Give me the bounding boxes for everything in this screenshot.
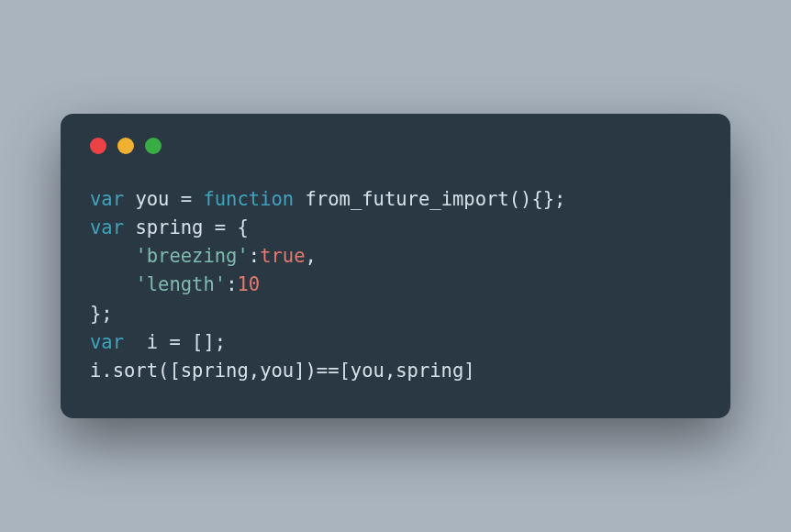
- code-token: [90, 273, 135, 295]
- code-window: var you = function from_future_import(){…: [61, 114, 730, 418]
- code-line: var you = function from_future_import(){…: [90, 185, 701, 214]
- code-token: =: [181, 188, 204, 210]
- code-token: true: [260, 245, 305, 267]
- code-token: };: [90, 303, 113, 325]
- code-token: spring: [135, 216, 214, 238]
- maximize-icon[interactable]: [145, 138, 162, 154]
- code-token: var: [90, 188, 135, 210]
- code-token: :: [226, 273, 237, 295]
- code-line: var i = [];: [90, 328, 701, 357]
- code-token: function: [203, 188, 305, 210]
- minimize-icon[interactable]: [117, 138, 134, 154]
- code-block: var you = function from_future_import(){…: [90, 185, 701, 385]
- code-token: you: [135, 188, 180, 210]
- code-token: [90, 245, 135, 267]
- code-line: i.sort([spring,you])==[you,spring]: [90, 357, 701, 385]
- code-token: i: [147, 331, 170, 353]
- code-token: var: [90, 216, 135, 238]
- window-titlebar: [90, 138, 701, 154]
- code-token: i.sort([spring,you])==[you,spring]: [90, 360, 475, 382]
- code-token: = [];: [169, 331, 226, 353]
- code-token: :: [249, 245, 260, 267]
- code-token: 10: [237, 273, 260, 295]
- code-token: = {: [215, 216, 249, 238]
- close-icon[interactable]: [90, 138, 106, 154]
- code-line: var spring = {: [90, 214, 701, 242]
- code-token: (){};: [509, 188, 566, 210]
- code-token: 'breezing': [135, 245, 248, 267]
- code-line: 'breezing':true,: [90, 242, 701, 271]
- code-line: 'length':10: [90, 271, 701, 299]
- code-token: from_future_import: [306, 188, 509, 210]
- code-line: };: [90, 300, 701, 328]
- code-token: ,: [306, 245, 317, 267]
- code-token: var: [90, 331, 147, 353]
- code-token: 'length': [135, 273, 226, 295]
